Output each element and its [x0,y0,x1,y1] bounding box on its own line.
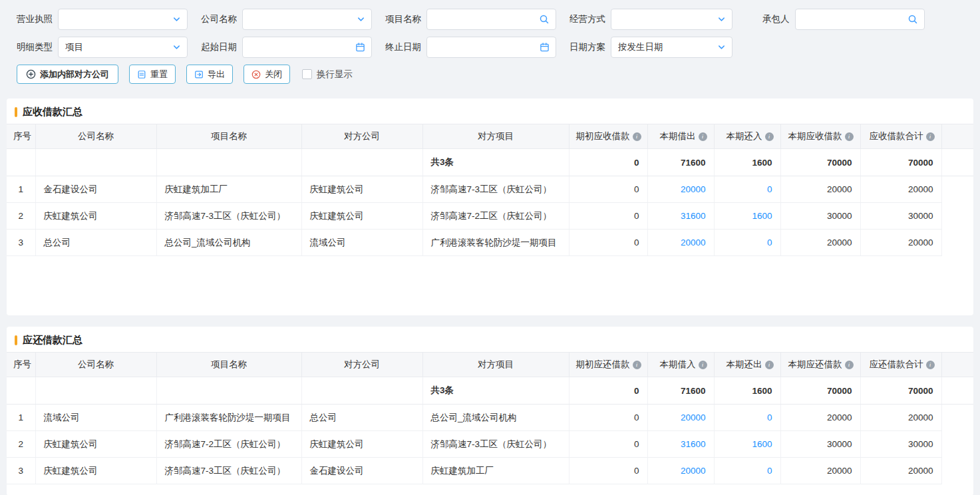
table-gutter [941,124,973,149]
table-cell: 金石建设公司 [301,458,422,484]
amount-link[interactable]: 20000 [681,412,706,422]
reset-button[interactable]: 重置 [129,65,176,84]
end-date-input[interactable] [426,37,556,58]
table-cell: 庆虹建筑公司 [35,431,156,458]
amount-link[interactable]: 20000 [681,238,706,248]
info-icon[interactable]: i [765,361,774,369]
column-header: 对方公司 [301,124,422,149]
table-cell: 20000 [860,230,941,256]
column-header: 本期还出i [714,353,780,377]
detail-type-select[interactable]: 项目 [58,37,188,58]
search-icon [539,14,550,25]
filter-label: 经营方式 [570,13,605,25]
reset-button-label: 重置 [150,69,168,81]
search-icon [907,14,918,25]
export-button[interactable]: 导出 [186,65,233,84]
company-name-select[interactable] [242,9,372,30]
summary-value: 70000 [780,149,860,176]
filter-project-name: 项目名称 [385,9,556,30]
checkbox-icon[interactable] [302,69,312,79]
payable-section-title: 应还借款汇总 [7,327,973,352]
summary-row: 共3条07160016007000070000 [7,377,973,405]
table-cell: 20000 [860,458,941,484]
table-cell: 20000 [780,458,860,484]
filter-label: 承包人 [762,13,790,25]
info-icon[interactable]: i [845,132,854,141]
column-header-label: 对方公司 [344,359,380,369]
filter-label: 公司名称 [201,13,237,25]
payable-table: 序号公司名称项目名称对方公司对方项目期初应还借款i本期借入i本期还出i本期应还借… [7,352,973,484]
summary-row: 共3条07160016007000070000 [7,149,973,176]
summary-value: 1600 [714,377,780,405]
table-cell: 20000 [860,176,941,203]
column-header-label: 对方公司 [344,131,380,141]
column-header-label: 项目名称 [211,131,247,141]
info-icon[interactable]: i [633,361,641,369]
table-row: 2庆虹建筑公司济邹高速7-2工区（庆虹公司）庆虹建筑公司济邹高速7-3工区（庆虹… [7,431,973,458]
info-icon[interactable]: i [699,132,707,141]
start-date-field[interactable] [249,37,351,57]
info-icon[interactable]: i [926,361,935,369]
project-name-search[interactable] [426,9,556,30]
table-cell: 庆虹建筑公司 [35,458,156,484]
amount-link[interactable]: 0 [767,412,772,422]
table-cell: 金石建设公司 [35,176,156,203]
filter-date-scheme: 日期方案 按发生日期 [570,37,733,58]
table-gutter [941,176,973,203]
start-date-input[interactable] [242,37,372,58]
amount-link[interactable]: 20000 [681,466,706,476]
amount-link[interactable]: 1600 [752,211,772,221]
info-icon[interactable]: i [926,132,935,141]
add-internal-company-button[interactable]: 添加内部对方公司 [17,65,118,84]
column-header: 公司名称 [35,353,156,377]
payable-panel: 应还借款汇总 序号公司名称项目名称对方公司对方项目期初应还借款i本期借入i本期还… [7,327,973,495]
end-date-field[interactable] [434,37,536,57]
contractor-input[interactable] [802,9,904,29]
filter-row-2: 明细类型 项目 起始日期 终止日期 [17,37,980,58]
table-cell: 1600 [714,431,780,458]
amount-link[interactable]: 31600 [681,211,706,221]
section-title-text: 应还借款汇总 [23,334,82,347]
table-cell: 3 [7,230,35,256]
info-icon[interactable]: i [633,132,641,141]
date-scheme-select[interactable]: 按发生日期 [611,37,733,58]
amount-link[interactable]: 1600 [752,439,772,449]
table-cell: 0 [569,176,647,203]
export-button-label: 导出 [208,69,225,81]
contractor-search[interactable] [795,9,925,30]
amount-link[interactable]: 0 [767,184,772,194]
wrap-display-toggle[interactable]: 换行显示 [302,69,353,81]
table-cell: 0 [714,405,780,431]
receivable-panel: 应收借款汇总 序号公司名称项目名称对方公司对方项目期初应收借款i本期借出i本期还… [7,98,973,315]
table-cell: 庆虹建筑公司 [301,431,422,458]
column-header: 序号 [7,124,35,149]
table-cell [7,377,35,405]
summary-value: 0 [569,377,647,405]
amount-link[interactable]: 0 [767,238,772,248]
amount-link[interactable]: 0 [767,466,772,476]
info-icon[interactable]: i [699,361,707,369]
column-header: 本期借出i [647,124,714,149]
title-marker [15,335,17,345]
filter-operation-mode: 经营方式 [570,9,733,30]
column-header: 公司名称 [35,124,156,149]
column-header: 本期应收借款i [780,124,860,149]
column-header-label: 本期还入 [727,131,762,141]
table-cell: 济邹高速7-2工区（庆虹公司） [156,431,301,458]
table-cell: 1 [7,176,35,203]
business-license-select[interactable] [58,9,188,30]
amount-link[interactable]: 20000 [681,184,706,194]
table-cell: 20000 [780,176,860,203]
table-cell: 济邹高速7-3工区（庆虹公司） [156,203,301,230]
operation-mode-select[interactable] [611,9,733,30]
amount-link[interactable]: 31600 [681,439,706,449]
project-name-input[interactable] [434,9,536,29]
table-gutter [941,149,973,176]
info-icon[interactable]: i [845,361,854,369]
info-icon[interactable]: i [765,132,774,141]
table-gutter [941,203,973,230]
table-cell: 30000 [860,431,941,458]
close-button[interactable]: 关闭 [244,65,290,84]
table-cell: 3 [7,458,35,484]
table-cell: 0 [569,405,647,431]
